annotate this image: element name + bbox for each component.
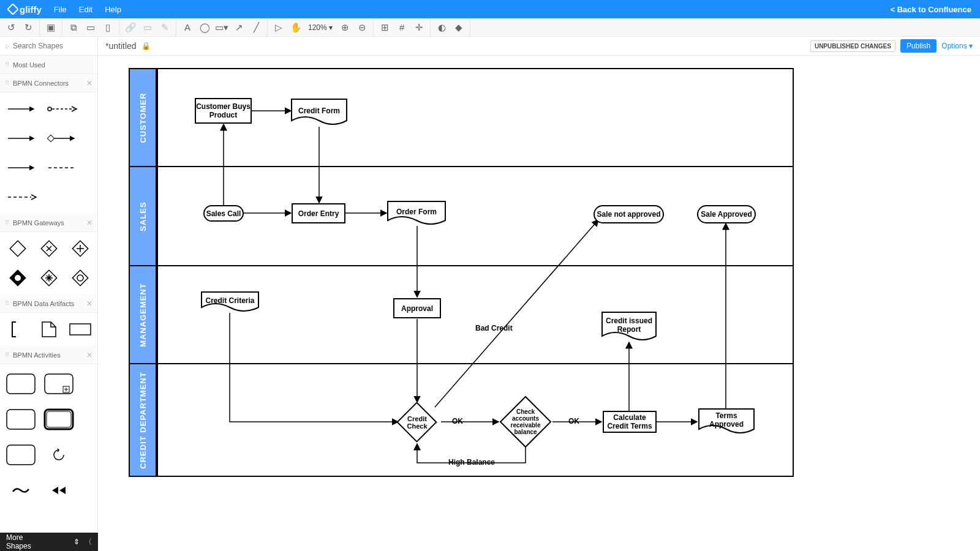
gateway-exclusive-x[interactable] — [35, 237, 62, 260]
artifact-group[interactable] — [4, 318, 31, 341]
menu-file[interactable]: File — [54, 5, 67, 14]
drawing-guides-button[interactable]: ◐ — [433, 19, 450, 36]
search-input[interactable] — [13, 42, 98, 50]
zoom-dropdown[interactable]: 120% ▾ — [304, 23, 336, 32]
publish-button[interactable]: Publish — [900, 39, 937, 53]
activity-task[interactable] — [4, 369, 38, 399]
gateway-event[interactable] — [66, 266, 94, 290]
lane-management-header[interactable]: MANAGEMENT — [130, 266, 157, 363]
artifact-annotation[interactable] — [66, 318, 94, 341]
node-sale-approved[interactable]: Sale Approved — [697, 205, 756, 223]
snap-guides-button[interactable]: ✛ — [410, 19, 428, 36]
svg-point-13 — [15, 275, 21, 281]
logo-icon — [7, 3, 19, 15]
menu-help[interactable]: Help — [105, 5, 121, 14]
gateway-exclusive[interactable] — [4, 237, 31, 260]
activity-loop[interactable] — [42, 440, 76, 470]
activity-adhoc[interactable] — [4, 476, 38, 505]
node-terms-approved[interactable]: Terms Approved — [698, 408, 755, 435]
circle-tool[interactable]: ◯ — [196, 19, 213, 36]
node-approval[interactable]: Approval — [393, 298, 441, 318]
activity-transaction[interactable] — [4, 405, 38, 434]
options-dropdown[interactable]: Options ▾ — [941, 42, 973, 50]
connector-tool[interactable]: ↗ — [230, 19, 247, 36]
document-bar: *untitled 🔒 UNPUBLISHED CHANGES Publish … — [98, 37, 980, 56]
node-sale-not-approved[interactable]: Sale not approved — [594, 205, 664, 223]
node-check-balance[interactable]: Check accounts receivable balance — [500, 396, 551, 448]
layer-button[interactable]: ✎ — [156, 19, 173, 36]
close-icon[interactable]: ✕ — [86, 79, 92, 88]
node-customer-buys-product[interactable]: Customer Buys Product — [195, 98, 252, 124]
connector-conditional[interactable] — [44, 97, 81, 121]
svg-rect-23 — [47, 411, 71, 427]
line-tool[interactable]: ╱ — [247, 19, 265, 36]
bpmn-gateways-grid — [0, 232, 97, 294]
node-order-entry[interactable]: Order Entry — [292, 203, 345, 223]
node-credit-form[interactable]: Credit Form — [291, 99, 347, 127]
show-grid-button[interactable]: # — [393, 19, 410, 36]
svg-rect-22 — [45, 410, 73, 429]
group-button[interactable]: ▭ — [82, 19, 99, 36]
text-tool[interactable]: A — [179, 19, 196, 36]
artifact-data-object[interactable] — [35, 318, 62, 341]
activity-call[interactable] — [42, 405, 76, 434]
redo-button[interactable]: ↻ — [20, 19, 37, 36]
connector-directional-assoc[interactable] — [4, 186, 40, 209]
shape-search[interactable]: ⌕ — [0, 37, 97, 56]
connector-plain[interactable] — [4, 156, 40, 179]
svg-rect-15 — [72, 270, 88, 285]
swimlane-pool[interactable] — [129, 68, 794, 477]
brand-logo[interactable]: gliffy — [9, 4, 42, 15]
connector-default[interactable] — [4, 127, 40, 150]
zoom-in-button[interactable]: ⊕ — [336, 19, 353, 36]
doc-title[interactable]: *untitled — [105, 41, 137, 51]
svg-point-2 — [48, 107, 51, 111]
node-credit-issued-report[interactable]: Credit issued Report — [601, 312, 657, 342]
ungroup-button[interactable]: ▯ — [99, 19, 116, 36]
pointer-tool[interactable]: ▷ — [270, 19, 287, 36]
connector-association[interactable] — [44, 156, 81, 179]
activity-compensation[interactable] — [42, 476, 76, 505]
node-order-form[interactable]: Order Form — [387, 201, 446, 227]
node-credit-criteria[interactable]: Credit Criteria — [201, 291, 259, 313]
section-most-used[interactable]: ⠿Most Used — [0, 56, 97, 74]
back-to-confluence-link[interactable]: < Back to Confluence — [890, 5, 971, 14]
close-icon[interactable]: ✕ — [86, 219, 92, 227]
pan-tool[interactable]: ✋ — [287, 19, 304, 36]
layers-button[interactable]: ◆ — [450, 19, 467, 36]
svg-rect-18 — [7, 374, 35, 394]
themes-button[interactable]: ▣ — [42, 19, 59, 36]
node-credit-check[interactable]: Credit Check — [397, 402, 437, 443]
gateway-parallel[interactable] — [66, 237, 94, 260]
node-calculate-credit-terms[interactable]: Calculate Credit Terms — [603, 411, 657, 433]
zoom-out-button[interactable]: ⊖ — [353, 19, 371, 36]
popup-note-button[interactable]: ▭ — [139, 19, 156, 36]
snap-grid-button[interactable]: ⊞ — [376, 19, 393, 36]
copy-button[interactable]: ⧉ — [65, 19, 82, 36]
activity-event-sub[interactable] — [4, 440, 38, 470]
lane-sales-header[interactable]: SALES — [130, 167, 157, 265]
edge-label-ok-1: OK — [452, 417, 463, 425]
canvas-area[interactable]: CUSTOMER SALES MANAGEMENT CREDIT DEPARTM… — [98, 56, 980, 551]
undo-button[interactable]: ↺ — [2, 19, 20, 36]
lane-credit-dept-header[interactable]: CREDIT DEPARTMENT — [130, 364, 157, 476]
activity-subprocess[interactable] — [42, 369, 76, 399]
rect-tool[interactable]: ▭▾ — [213, 19, 230, 36]
menu-edit[interactable]: Edit — [79, 5, 92, 14]
section-bpmn-gateways[interactable]: ⠿BPMN Gateways✕ — [0, 214, 97, 232]
section-bpmn-data-artifacts[interactable]: ⠿BPMN Data Artifacts✕ — [0, 294, 97, 313]
connector-sequence[interactable] — [4, 97, 40, 121]
connector-message[interactable] — [44, 127, 81, 150]
more-shapes-button[interactable]: More Shapes ⇕ 〈 — [0, 533, 98, 551]
gateway-inclusive[interactable] — [4, 266, 31, 290]
section-bpmn-connectors[interactable]: ⠿BPMN Connectors✕ — [0, 74, 97, 92]
gateway-complex[interactable] — [35, 266, 62, 290]
diagram-canvas[interactable]: CUSTOMER SALES MANAGEMENT CREDIT DEPARTM… — [129, 68, 949, 551]
node-sales-call[interactable]: Sales Call — [203, 205, 244, 222]
section-bpmn-activities[interactable]: ⠿BPMN Activities✕ — [0, 346, 97, 364]
link-button[interactable]: 🔗 — [122, 19, 139, 36]
close-icon[interactable]: ✕ — [86, 351, 92, 359]
lane-customer-header[interactable]: CUSTOMER — [130, 69, 157, 166]
close-icon[interactable]: ✕ — [86, 299, 92, 308]
svg-rect-21 — [7, 410, 35, 429]
